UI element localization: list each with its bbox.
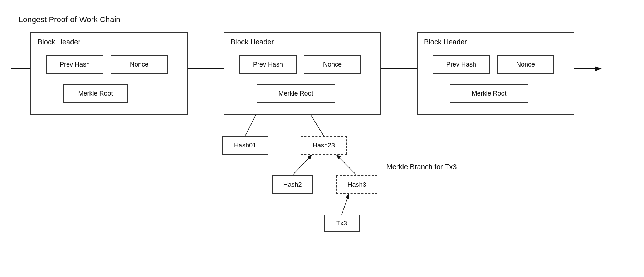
block3-merkle-root: Merkle Root: [450, 84, 528, 103]
block1-nonce: Nonce: [111, 55, 168, 74]
block3-prev-hash: Prev Hash: [433, 55, 490, 74]
block3: Block Header Prev Hash Nonce Merkle Root: [417, 32, 574, 115]
block2-nonce: Nonce: [304, 55, 361, 74]
hash01-box: Hash01: [222, 136, 268, 155]
hash2-box: Hash2: [272, 175, 313, 194]
block1-merkle-root: Merkle Root: [63, 84, 128, 103]
block2-merkle-root: Merkle Root: [257, 84, 335, 103]
tx3-box: Tx3: [324, 215, 360, 232]
merkle-branch-label: Merkle Branch for Tx3: [386, 163, 457, 171]
svg-line-10: [342, 194, 349, 215]
svg-line-9: [336, 155, 357, 175]
hash3-box: Hash3: [336, 175, 377, 194]
page-title: Longest Proof-of-Work Chain: [19, 15, 121, 24]
block1: Block Header Prev Hash Nonce Merkle Root: [30, 32, 188, 115]
block2-prev-hash: Prev Hash: [239, 55, 297, 74]
block2: Block Header Prev Hash Nonce Merkle Root: [224, 32, 381, 115]
hash23-box: Hash23: [301, 136, 347, 155]
block1-label: Block Header: [38, 38, 80, 46]
block2-label: Block Header: [231, 38, 274, 46]
block1-prev-hash: Prev Hash: [46, 55, 103, 74]
block3-label: Block Header: [424, 38, 467, 46]
block3-nonce: Nonce: [497, 55, 554, 74]
svg-line-8: [292, 155, 312, 175]
